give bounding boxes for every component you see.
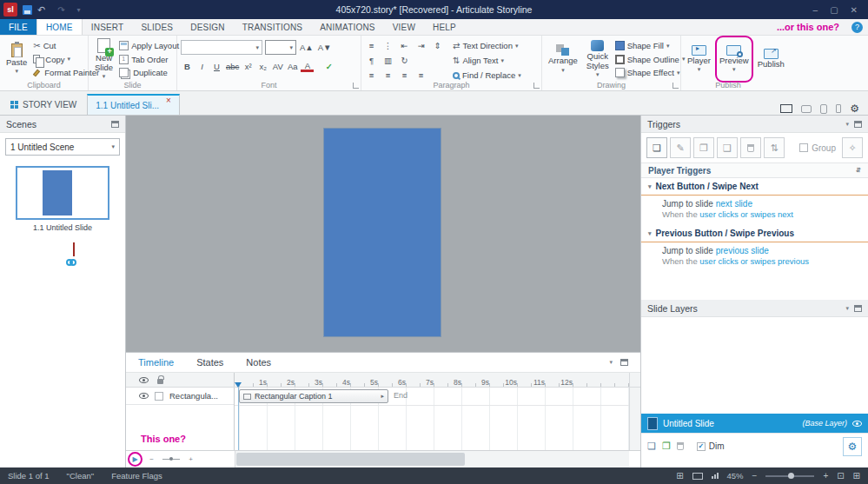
tab-slides[interactable]: SLIDES <box>132 19 182 35</box>
spellcheck-button[interactable]: ✓ <box>322 60 335 73</box>
bar-expand-icon[interactable]: ▸ <box>381 393 384 400</box>
timeline-track[interactable]: Rectangular Caption 1 ▸ End <box>235 388 629 450</box>
delete-trigger-button[interactable] <box>740 137 761 158</box>
quick-styles-button[interactable]: Quick Styles ▾ <box>584 38 612 80</box>
close-tab-icon[interactable]: × <box>166 96 171 105</box>
player-button[interactable]: Player ▾ <box>685 38 713 80</box>
timeline-play-button[interactable]: ▶ <box>129 454 141 465</box>
fit-to-window-icon[interactable]: ⊡ <box>837 471 844 481</box>
tab-story-view[interactable]: STORY VIEW <box>0 95 87 115</box>
dim-checkbox[interactable]: ✓ <box>697 442 706 451</box>
timeline-horizontal-scrollbar[interactable] <box>235 451 629 467</box>
view-settings-gear-icon[interactable]: ⚙ <box>850 103 859 115</box>
trigger-when-link[interactable]: user clicks or swipes previous <box>699 256 809 266</box>
object-visibility-icon[interactable] <box>139 393 149 399</box>
new-window-icon[interactable]: ⊞ <box>853 471 860 481</box>
zoom-out-button[interactable]: − <box>752 471 758 481</box>
tab-transitions[interactable]: TRANSITIONS <box>234 19 311 35</box>
desktop-view-icon[interactable] <box>780 104 792 113</box>
strikethrough-button[interactable]: abc <box>225 60 240 73</box>
shape-fill-button[interactable]: Shape Fill ▾ <box>615 39 686 52</box>
trigger-wizard-button[interactable]: ✧ <box>842 137 863 158</box>
tablet-landscape-view-icon[interactable] <box>801 105 812 113</box>
dim-toggle[interactable]: ✓ Dim <box>697 441 725 451</box>
lock-all-icon[interactable] <box>157 379 163 384</box>
tab-slide-untitled[interactable]: 1.1 Untitled Sli... × <box>87 94 180 115</box>
apply-layout-button[interactable]: Apply Layout ▾ <box>119 39 184 52</box>
trigger-action-previous[interactable]: Jump to slide previous slide <box>641 242 868 255</box>
find-replace-button[interactable]: Find / Replace ▾ <box>453 69 521 82</box>
layer-visibility-icon[interactable] <box>852 421 862 427</box>
trigger-when-link[interactable]: user clicks or swipes next <box>699 209 793 219</box>
timeline-ruler[interactable]: 1s 2s 3s 4s 5s 6s 7s 8s 9s 10s 11s 12s <box>235 373 629 387</box>
triggers-pin-icon[interactable] <box>854 121 862 128</box>
undo-icon[interactable]: ↶ <box>37 4 45 16</box>
character-spacing-button[interactable]: AV <box>271 60 284 73</box>
signal-icon[interactable] <box>712 473 719 479</box>
base-layer-row[interactable]: Untitled Slide (Base Layer) <box>641 414 868 433</box>
rectangular-caption-shape[interactable] <box>324 129 441 336</box>
scrollbar-thumb[interactable] <box>236 453 465 466</box>
slide-layers-collapse-icon[interactable]: ▾ <box>845 305 849 312</box>
trigger-action-next[interactable]: Jump to slide next slide <box>641 196 868 209</box>
subscript-button[interactable]: x₂ <box>256 60 269 73</box>
rotate-text-button[interactable]: ↻ <box>398 54 411 67</box>
reorder-trigger-button[interactable]: ⇅ <box>764 137 785 158</box>
slide-thumbnail[interactable] <box>16 166 109 220</box>
phone-view-icon[interactable] <box>836 104 841 113</box>
minimize-button[interactable]: – <box>813 5 818 15</box>
feature-flags-status[interactable]: Feature Flags <box>111 471 162 481</box>
timeline-zoom-slider[interactable] <box>162 459 180 460</box>
paste-trigger-button[interactable]: ❑ <box>717 137 738 158</box>
font-dialog-launcher-icon[interactable] <box>353 83 359 89</box>
group-checkbox[interactable] <box>799 143 808 152</box>
indent-decrease-button[interactable]: ⇤ <box>398 39 411 52</box>
align-right-button[interactable]: ≡ <box>398 69 411 82</box>
zoom-slider[interactable] <box>765 475 814 477</box>
copy-trigger-button[interactable]: ❐ <box>693 137 714 158</box>
line-spacing-button[interactable]: ⇕ <box>431 39 444 52</box>
align-center-button[interactable]: ≡ <box>381 69 394 82</box>
triggers-collapse-icon[interactable]: ▾ <box>845 121 849 128</box>
shrink-font-button[interactable]: A▼ <box>317 41 333 54</box>
paragraph-dialog-launcher-icon[interactable] <box>533 83 540 89</box>
preview-button[interactable]: Preview ▾ <box>717 38 752 80</box>
trigger-condition-previous[interactable]: When the user clicks or swipes previous <box>641 255 868 272</box>
new-trigger-button[interactable]: ❏ <box>646 137 667 158</box>
redo-icon[interactable]: ↷ <box>57 5 64 15</box>
timeline-zoom-out-button[interactable]: − <box>146 454 157 465</box>
tab-file[interactable]: FILE <box>0 19 36 35</box>
edit-trigger-button[interactable]: ✎ <box>670 137 691 158</box>
object-lock-checkbox[interactable] <box>155 392 163 401</box>
duplicate-layer-button[interactable]: ❐ <box>662 441 671 452</box>
save-icon[interactable] <box>23 5 32 15</box>
tab-insert[interactable]: INSERT <box>83 19 133 35</box>
grid-view-icon[interactable]: ⊞ <box>676 471 683 481</box>
publish-button[interactable]: Publish <box>755 38 787 80</box>
timeline-vertical-scrollbar[interactable] <box>629 388 640 450</box>
scenes-pin-icon[interactable] <box>111 121 119 128</box>
superscript-button[interactable]: x² <box>242 60 255 73</box>
app-logo-icon[interactable]: sl <box>3 3 17 17</box>
tab-animations[interactable]: ANIMATIONS <box>311 19 383 35</box>
font-color-button[interactable]: A <box>301 61 314 72</box>
tab-home[interactable]: HOME <box>36 19 83 35</box>
numbering-button[interactable]: ⋮ <box>381 39 394 52</box>
quick-access-dropdown-icon[interactable]: ▾ <box>77 6 81 14</box>
align-justify-button[interactable]: ≡ <box>414 69 427 82</box>
scene-selector[interactable]: 1 Untitled Scene ▾ <box>5 138 120 156</box>
align-text-button[interactable]: ⇅ Align Text ▾ <box>453 54 521 67</box>
new-layer-button[interactable]: ❏ <box>647 441 656 452</box>
paste-button[interactable]: Paste ▾ <box>3 38 30 80</box>
maximize-button[interactable]: ▢ <box>830 5 838 15</box>
font-family-select[interactable]: ▾ <box>181 40 262 55</box>
slide-canvas[interactable] <box>126 116 640 352</box>
arrange-button[interactable]: Arrange ▾ <box>546 38 580 80</box>
tab-help[interactable]: HELP <box>424 19 465 35</box>
shape-effect-button[interactable]: Shape Effect ▾ <box>615 66 686 79</box>
trigger-group-caret-icon[interactable]: ▾ <box>648 183 652 190</box>
monitor-status-icon[interactable] <box>692 473 703 480</box>
help-icon[interactable]: ? <box>851 22 863 33</box>
paragraph-mark-button[interactable]: ¶ <box>365 54 378 67</box>
change-case-button[interactable]: Aa <box>286 60 299 73</box>
